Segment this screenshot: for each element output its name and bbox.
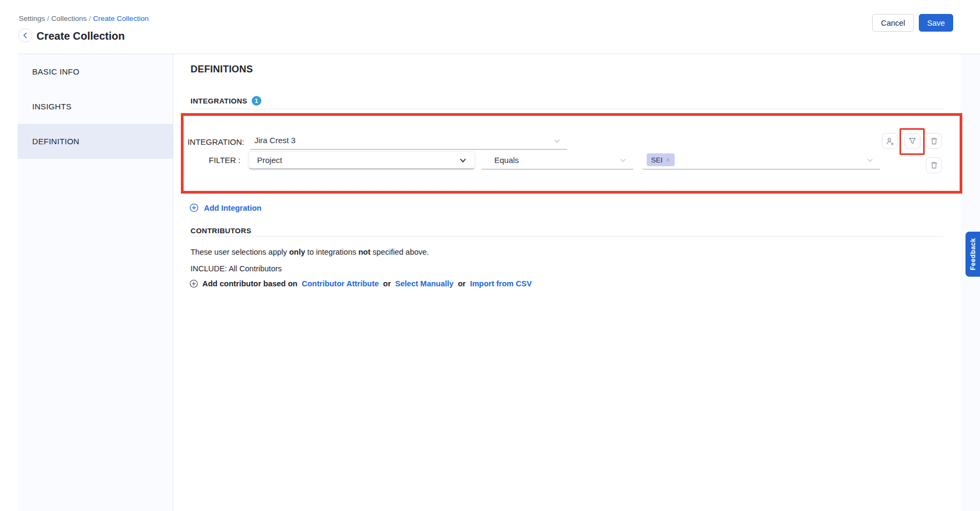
breadcrumb-settings[interactable]: Settings <box>19 14 45 23</box>
filter-field-select[interactable]: Project <box>248 151 475 169</box>
include-line: INCLUDE: All Contributors <box>191 264 282 273</box>
integration-select-value: Jira Crest 3 <box>254 136 296 145</box>
filter-value-chip: SEI × <box>647 153 675 166</box>
sidebar-item-definition[interactable]: DEFINITION <box>18 124 173 159</box>
breadcrumb: Settings/Collections/Create Collection <box>19 14 149 23</box>
breadcrumb-current: Create Collection <box>93 14 149 23</box>
contributors-divider <box>191 236 944 236</box>
contributors-note: These user selections apply only to inte… <box>191 248 429 256</box>
sidebar-item-insights[interactable]: INSIGHTS <box>18 89 173 124</box>
integration-label: INTEGRATION: <box>185 137 244 146</box>
right-margin-strip <box>961 54 980 511</box>
page-title: Create Collection <box>36 30 125 42</box>
chip-label: SEI <box>651 156 663 164</box>
integrations-header: INTEGRATIONS 1 <box>191 96 261 106</box>
feedback-tab[interactable]: Feedback <box>966 232 980 277</box>
back-button[interactable] <box>18 28 32 42</box>
note-text: specified above. <box>370 248 429 256</box>
integration-select[interactable]: Jira Crest 3 <box>250 132 567 150</box>
plus-circle-icon <box>189 279 198 288</box>
chevron-down-icon <box>553 137 561 145</box>
delete-filter-button[interactable] <box>926 157 942 173</box>
or-text: or <box>458 279 466 288</box>
filter-operator-select[interactable]: Equals <box>481 151 633 169</box>
close-icon[interactable]: × <box>666 156 670 164</box>
feedback-tab-label: Feedback <box>969 238 977 270</box>
filter-value-select[interactable]: SEI × <box>642 151 880 169</box>
delete-integration-button[interactable] <box>926 133 942 149</box>
add-integration-button[interactable]: Add Integration <box>189 203 261 212</box>
content-area: BASIC INFO INSIGHTS DEFINITION DEFINITIO… <box>0 54 980 511</box>
save-button[interactable]: Save <box>919 14 953 32</box>
integrations-label: INTEGRATIONS <box>191 97 247 105</box>
note-text-bold: only <box>289 248 305 256</box>
select-manually-link[interactable]: Select Manually <box>395 279 454 288</box>
integrations-count-badge: 1 <box>252 96 261 106</box>
note-text: to integrations <box>305 248 359 256</box>
add-contributor-prefix: Add contributor based on <box>202 279 297 288</box>
filter-field-value: Project <box>257 155 282 165</box>
trash-icon <box>930 137 938 145</box>
contributors-label: CONTRIBUTORS <box>191 227 251 235</box>
person-add-icon <box>886 137 895 146</box>
chevron-down-icon <box>619 157 627 164</box>
contributor-attribute-link[interactable]: Contributor Attribute <box>302 279 379 288</box>
note-text: These user selections apply <box>191 248 289 256</box>
chevron-down-icon <box>866 157 874 164</box>
filter-label: FILTER : <box>185 155 240 165</box>
page-header: Settings/Collections/Create Collection C… <box>0 0 980 54</box>
import-from-csv-link[interactable]: Import from CSV <box>470 279 532 288</box>
trash-icon <box>930 161 938 169</box>
breadcrumb-collections[interactable]: Collections <box>52 14 87 23</box>
filter-operator-value: Equals <box>494 155 519 165</box>
section-title: DEFINITIONS <box>191 64 253 75</box>
chevron-down-icon <box>459 157 467 165</box>
breadcrumb-separator: / <box>87 14 93 23</box>
or-text: or <box>383 279 391 288</box>
sidebar-item-basic-info[interactable]: BASIC INFO <box>18 54 173 89</box>
filter-button-highlight <box>899 128 925 155</box>
note-text-bold: not <box>359 248 371 256</box>
plus-circle-icon <box>189 203 199 212</box>
integrations-divider <box>191 109 944 109</box>
manage-contributors-button[interactable] <box>882 133 898 149</box>
cancel-button[interactable]: Cancel <box>872 14 914 32</box>
add-contributor-row: Add contributor based on Contributor Att… <box>189 279 532 288</box>
settings-sidebar: BASIC INFO INSIGHTS DEFINITION <box>18 54 173 511</box>
breadcrumb-separator: / <box>45 14 52 23</box>
back-arrow-icon <box>21 32 29 39</box>
definition-panel: DEFINITIONS INTEGRATIONS 1 INTEGRATION: … <box>174 54 961 511</box>
add-integration-label: Add Integration <box>204 204 261 212</box>
